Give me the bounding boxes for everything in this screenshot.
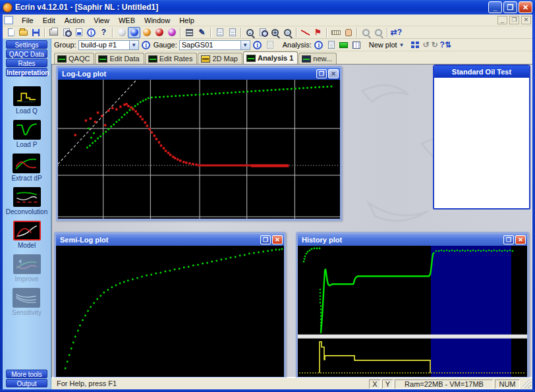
maximize-icon[interactable]: ❐	[316, 69, 327, 78]
sidebar-section-settings[interactable]: Settings	[6, 40, 47, 49]
draw-flag-icon[interactable]: ⚑	[312, 27, 324, 38]
module-saphir-icon[interactable]	[128, 27, 140, 38]
gauge-info-icon[interactable]: i	[252, 40, 263, 50]
sidebar-section-rates[interactable]: Rates	[6, 59, 47, 67]
menu-help[interactable]: Help	[175, 15, 199, 26]
menu-file[interactable]: File	[17, 15, 38, 26]
tab-qaqc[interactable]: QAQC	[54, 53, 94, 64]
history-plot-window[interactable]: History plot ❐ ✕	[296, 232, 529, 378]
print-icon[interactable]	[47, 27, 60, 38]
analysis-toolbar: Group: build-up #1 ▼ i Gauge: SapGS01 ▼ …	[51, 39, 532, 51]
close-icon[interactable]: ✕	[328, 69, 339, 78]
menu-web[interactable]: WEB	[114, 15, 140, 26]
analysis-grid-icon[interactable]	[351, 40, 362, 50]
save-icon[interactable]	[30, 27, 42, 38]
tab-map2d[interactable]: 2D Map	[198, 53, 242, 64]
group-combobox[interactable]: build-up #1 ▼	[78, 40, 139, 50]
context-help2-icon[interactable]: ?⇅	[440, 41, 451, 49]
analysis-info-icon[interactable]: i	[314, 40, 324, 50]
copy-plot-icon[interactable]	[213, 27, 226, 38]
module-magenta-icon[interactable]	[165, 27, 178, 38]
minimize-button[interactable]: _	[488, 1, 502, 13]
info-glyph: i	[87, 28, 96, 37]
pan-hand-icon[interactable]	[342, 27, 354, 38]
semilog-titlebar[interactable]: Semi-Log plot ❐ ✕	[56, 234, 284, 246]
maximize-icon[interactable]: ❐	[260, 235, 271, 244]
tab-new-analysis[interactable]: new...	[298, 53, 337, 64]
zoom-box-icon[interactable]: ▫	[281, 27, 294, 38]
module-orange-icon[interactable]	[140, 27, 153, 38]
menu-view[interactable]: View	[89, 15, 114, 26]
resize-grip[interactable]	[522, 379, 531, 388]
status-help-text: For Help, press F1	[54, 379, 368, 389]
loglog-titlebar[interactable]: Log-Log plot ❐ ✕	[58, 68, 340, 80]
info-icon[interactable]: i	[85, 27, 98, 38]
menu-edit[interactable]: Edit	[38, 15, 60, 26]
print-preview-icon[interactable]	[60, 27, 72, 38]
history-plot-area[interactable]	[298, 246, 527, 377]
sidebar-button-more-tools[interactable]: More tools	[6, 370, 47, 378]
sidebar-tool-load-p[interactable]: Load P	[13, 120, 41, 148]
mdi-restore-icon[interactable]: ❐	[509, 16, 519, 24]
sidebar-tool-deconvolution[interactable]: Deconvolution	[6, 187, 47, 215]
analysis-copy-icon[interactable]	[326, 40, 337, 50]
zoom-in-icon[interactable]: +	[269, 27, 281, 38]
gauge-copy-icon[interactable]	[265, 40, 275, 50]
copy-document-glyph	[229, 28, 236, 36]
edit-pen-icon[interactable]: ✎	[196, 27, 208, 38]
window-border-bottom	[0, 389, 535, 392]
zoom-out-icon[interactable]: -	[244, 27, 256, 38]
sidebar-section-qaqc-data[interactable]: QAQC Data	[6, 49, 47, 58]
redo-icon[interactable]: ↻	[432, 41, 438, 49]
tab-analysis[interactable]: Analysis 1	[243, 51, 298, 64]
loglog-plot-area[interactable]	[58, 80, 340, 219]
settings-list-icon[interactable]	[183, 27, 196, 38]
group-info-icon[interactable]: i	[141, 40, 152, 50]
module-gray-icon[interactable]	[115, 27, 128, 38]
close-icon[interactable]: ✕	[272, 235, 283, 244]
loglog-plot-window[interactable]: Log-Log plot ❐ ✕	[56, 66, 342, 221]
sidebar-tool-improve[interactable]: Improve	[13, 254, 41, 283]
menu-window[interactable]: Window	[140, 15, 175, 26]
new-plot-button[interactable]: New plot	[369, 41, 397, 49]
close-button[interactable]: ✕	[519, 1, 532, 13]
gauge-combobox[interactable]: SapGS01 ▼	[179, 40, 250, 50]
menu-action[interactable]: Action	[60, 15, 90, 26]
history-titlebar[interactable]: History plot ❐ ✕	[298, 234, 527, 246]
tab-edit-data[interactable]: Edit Data	[95, 53, 144, 64]
mdi-close-icon[interactable]: ✕	[521, 16, 531, 24]
sidebar-tool-extract-dp[interactable]: Extract dP	[11, 154, 42, 182]
next-zoom-icon[interactable]	[372, 27, 385, 38]
sidebar-tool-model[interactable]: Model	[13, 221, 41, 249]
semilog-plot-window[interactable]: Semi-Log plot ❐ ✕	[54, 232, 286, 378]
sidebar-tool-load-q[interactable]: Load Q	[13, 86, 41, 115]
report-icon[interactable]	[72, 27, 85, 38]
sidebar-tool-sensitivity[interactable]: Sensitivity	[12, 288, 42, 316]
tab-edit-rates[interactable]: Edit Rates	[145, 53, 198, 64]
previous-zoom-icon[interactable]	[360, 27, 372, 38]
chevron-down-icon[interactable]: ▼	[240, 41, 250, 49]
draw-line-icon[interactable]	[299, 27, 312, 38]
undo-icon[interactable]: ↺	[422, 41, 429, 49]
reset-scales-icon[interactable]	[256, 27, 269, 38]
tile-windows-icon[interactable]	[410, 40, 420, 50]
sidebar-button-output[interactable]: Output	[6, 379, 47, 387]
module-red-icon[interactable]	[153, 27, 165, 38]
ruler-icon[interactable]	[329, 27, 342, 38]
standard-oil-test-panel[interactable]: Standard Oil Test	[433, 65, 530, 210]
mdi-minimize-icon[interactable]: _	[497, 16, 507, 24]
copy-document-icon[interactable]	[226, 27, 239, 38]
analysis-active-icon[interactable]	[339, 40, 349, 50]
sidebar-section-interpretation[interactable]: Interpretation	[6, 68, 47, 76]
maximize-icon[interactable]: ❐	[503, 235, 514, 244]
semilog-plot-area[interactable]	[56, 246, 284, 377]
maximize-button[interactable]: ❐	[503, 1, 517, 13]
new-document-icon[interactable]	[5, 27, 17, 38]
tool-label: Load Q	[16, 107, 38, 115]
close-icon[interactable]: ✕	[515, 235, 526, 244]
open-icon[interactable]	[17, 27, 30, 38]
new-plot-dropdown-icon[interactable]: ▼	[399, 42, 405, 48]
chevron-down-icon[interactable]: ▼	[129, 41, 138, 49]
help-icon[interactable]: ?	[98, 27, 110, 38]
context-help-icon[interactable]: ⇄?	[390, 27, 403, 38]
